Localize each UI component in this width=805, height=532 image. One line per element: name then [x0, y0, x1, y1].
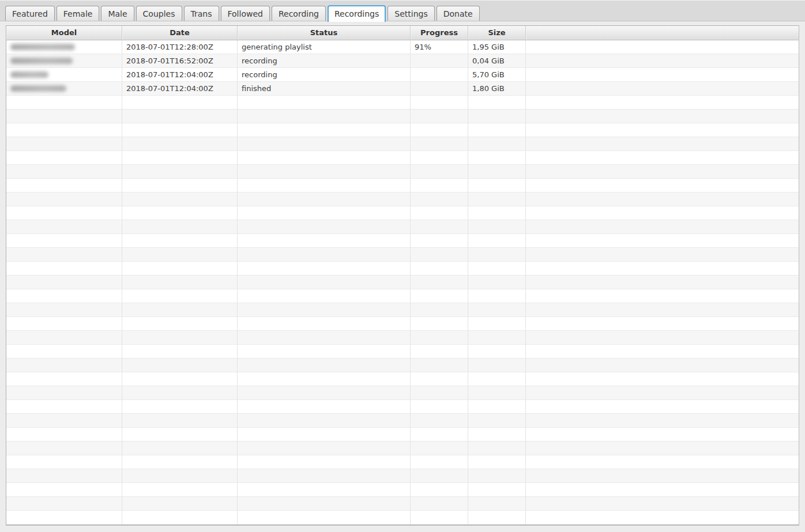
table-row-empty[interactable] [6, 359, 799, 372]
cell-empty [6, 137, 122, 150]
cell-empty [411, 345, 468, 358]
cell-extra [526, 54, 799, 67]
cell-model [6, 54, 122, 67]
cell-empty [468, 110, 526, 123]
cell-empty [526, 303, 799, 316]
cell-empty [411, 442, 468, 455]
table-row-empty[interactable] [6, 262, 799, 276]
table-row-empty[interactable] [6, 248, 799, 262]
table-row-empty[interactable] [6, 179, 799, 193]
cell-empty [411, 206, 468, 220]
table-row-empty[interactable] [6, 276, 799, 289]
table-row-empty[interactable] [6, 469, 799, 483]
cell-empty [468, 469, 526, 482]
cell-empty [238, 428, 411, 441]
cell-empty [122, 96, 238, 109]
cell-empty [6, 151, 122, 164]
table-row-empty[interactable] [6, 497, 799, 511]
cell-empty [411, 428, 468, 441]
cell-empty [526, 96, 799, 109]
column-header-progress[interactable]: Progress [411, 26, 468, 40]
table-row-empty[interactable] [6, 165, 799, 179]
table-row-empty[interactable] [6, 400, 799, 414]
cell-empty [6, 442, 122, 455]
cell-empty [468, 497, 526, 510]
table-row-empty[interactable] [6, 96, 799, 110]
cell-extra [526, 68, 799, 81]
cell-empty [468, 414, 526, 427]
cell-empty [411, 497, 468, 510]
tab-featured[interactable]: Featured [5, 6, 55, 21]
cell-empty [6, 248, 122, 261]
table-row-empty[interactable] [6, 414, 799, 428]
cell-empty [526, 331, 799, 344]
table-row-empty[interactable] [6, 442, 799, 455]
tab-followed[interactable]: Followed [221, 6, 270, 21]
column-header-date[interactable]: Date [122, 26, 238, 40]
table-row-empty[interactable] [6, 137, 799, 151]
cell-empty [122, 179, 238, 192]
table-row-empty[interactable] [6, 193, 799, 206]
table-row-empty[interactable] [6, 303, 799, 317]
cell-model [6, 40, 122, 54]
table-header: ModelDateStatusProgressSize [6, 26, 799, 40]
table-row-empty[interactable] [6, 331, 799, 345]
tab-female[interactable]: Female [57, 6, 100, 21]
tab-recordings[interactable]: Recordings [328, 5, 386, 22]
cell-empty [526, 234, 799, 247]
cell-empty [122, 469, 238, 482]
cell-empty [238, 276, 411, 289]
column-header-status[interactable]: Status [238, 26, 411, 40]
table-row[interactable]: 2018-07-01T12:28:00Zgenerating playlist9… [6, 40, 799, 54]
tab-couples[interactable]: Couples [136, 6, 182, 21]
column-header-extra[interactable] [526, 26, 799, 40]
cell-empty [468, 455, 526, 469]
table-row-empty[interactable] [6, 317, 799, 331]
tab-settings[interactable]: Settings [388, 6, 434, 21]
table-row-empty[interactable] [6, 455, 799, 469]
table-row-empty[interactable] [6, 289, 799, 303]
table-row[interactable]: 2018-07-01T12:04:00Zrecording5,70 GiB [6, 68, 799, 82]
table-row-empty[interactable] [6, 511, 799, 525]
table-row-empty[interactable] [6, 220, 799, 234]
table-row-empty[interactable] [6, 483, 799, 497]
cell-empty [526, 289, 799, 303]
tab-male[interactable]: Male [101, 6, 134, 21]
column-header-model[interactable]: Model [6, 26, 122, 40]
table-row-empty[interactable] [6, 345, 799, 359]
cell-empty [238, 206, 411, 220]
cell-empty [6, 206, 122, 220]
cell-date: 2018-07-01T12:28:00Z [122, 40, 238, 54]
cell-extra [526, 40, 799, 54]
cell-empty [238, 137, 411, 150]
table-row-empty[interactable] [6, 151, 799, 165]
cell-empty [526, 123, 799, 137]
cell-empty [238, 289, 411, 303]
cell-empty [411, 179, 468, 192]
table-row-empty[interactable] [6, 372, 799, 386]
table-row-empty[interactable] [6, 123, 799, 137]
cell-empty [6, 331, 122, 344]
cell-empty [6, 400, 122, 413]
tab-recording[interactable]: Recording [272, 6, 326, 21]
cell-empty [6, 96, 122, 109]
cell-empty [238, 220, 411, 233]
table-row-empty[interactable] [6, 386, 799, 400]
table-row-empty[interactable] [6, 110, 799, 123]
table-row[interactable]: 2018-07-01T12:04:00Zfinished1,80 GiB [6, 82, 799, 96]
cell-empty [526, 179, 799, 192]
tab-donate[interactable]: Donate [437, 6, 480, 21]
cell-empty [468, 137, 526, 150]
table-row-empty[interactable] [6, 428, 799, 442]
table-row-empty[interactable] [6, 234, 799, 248]
cell-empty [468, 483, 526, 496]
column-header-size[interactable]: Size [468, 26, 526, 40]
cell-empty [238, 234, 411, 247]
cell-empty [238, 303, 411, 316]
cell-empty [6, 511, 122, 524]
cell-empty [468, 303, 526, 316]
table-row-empty[interactable] [6, 206, 799, 220]
content-area: ModelDateStatusProgressSize 2018-07-01T1… [0, 21, 805, 526]
table-row[interactable]: 2018-07-01T16:52:00Zrecording0,04 GiB [6, 54, 799, 68]
tab-trans[interactable]: Trans [184, 6, 219, 21]
